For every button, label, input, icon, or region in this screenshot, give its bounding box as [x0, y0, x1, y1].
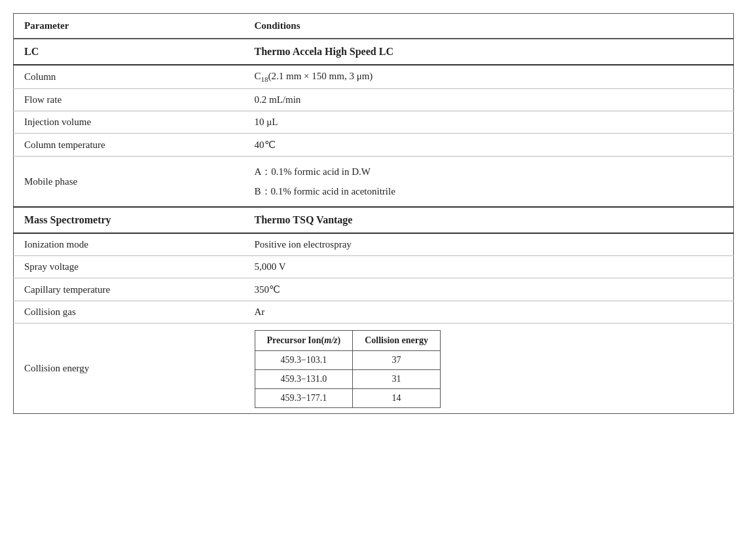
column-param: Column: [14, 65, 244, 89]
capillary-temperature-param: Capillary temperature: [14, 278, 244, 301]
mobile-phase-line1: A：0.1% formic acid in D.W: [255, 162, 723, 181]
table-header-row: Parameter Conditions: [14, 14, 734, 39]
ms-section-row: Mass Spectrometry Thermo TSQ Vantage: [14, 207, 734, 233]
collision-energy-row-3: 459.3−177.1 14: [255, 389, 441, 408]
spray-voltage-param: Spray voltage: [14, 256, 244, 278]
capillary-temperature-row: Capillary temperature 350℃: [14, 278, 734, 301]
collision-energy-inner-table: Precursor Ion(m/z) Collision energy 459.…: [255, 330, 441, 408]
injection-volume-row: Injection volume 10 μL: [14, 111, 734, 134]
ionization-mode-conditions: Positive ion electrospray: [244, 233, 734, 256]
ms-param: Mass Spectrometry: [14, 207, 244, 233]
column-temperature-param: Column temperature: [14, 134, 244, 157]
column-row: Column C18(2.1 mm × 150 mm, 3 μm): [14, 65, 734, 89]
mobile-phase-line2: B：0.1% formic acid in acetonitrile: [255, 181, 723, 201]
conditions-header: Conditions: [244, 14, 734, 39]
spray-voltage-conditions: 5,000 V: [244, 256, 734, 278]
injection-volume-conditions: 10 μL: [244, 111, 734, 134]
precursor-ion-1: 459.3−103.1: [255, 351, 353, 370]
collision-energy-value-1: 37: [353, 351, 441, 370]
ionization-mode-param: Ionization mode: [14, 233, 244, 256]
precursor-ion-3: 459.3−177.1: [255, 389, 353, 408]
collision-gas-conditions: Ar: [244, 301, 734, 324]
lc-param: LC: [14, 39, 244, 65]
flow-rate-conditions: 0.2 mL/min: [244, 89, 734, 111]
capillary-temperature-conditions: 350℃: [244, 278, 734, 301]
collision-energy-row-2: 459.3−131.0 31: [255, 370, 441, 389]
column-conditions: C18(2.1 mm × 150 mm, 3 μm): [244, 65, 734, 89]
ionization-mode-row: Ionization mode Positive ion electrospra…: [14, 233, 734, 256]
collision-gas-param: Collision gas: [14, 301, 244, 324]
param-header: Parameter: [14, 14, 244, 39]
collision-energy-param: Collision energy: [14, 324, 244, 414]
main-table: Parameter Conditions LC Thermo Accela Hi…: [13, 13, 734, 414]
mobile-phase-row: Mobile phase A：0.1% formic acid in D.W B…: [14, 157, 734, 208]
mobile-phase-conditions: A：0.1% formic acid in D.W B：0.1% formic …: [244, 157, 734, 208]
collision-energy-row-1: 459.3−103.1 37: [255, 351, 441, 370]
collision-energy-value-3: 14: [353, 389, 441, 408]
precursor-ion-header: Precursor Ion(m/z): [255, 331, 353, 351]
lc-section-row: LC Thermo Accela High Speed LC: [14, 39, 734, 65]
ms-conditions: Thermo TSQ Vantage: [244, 207, 734, 233]
mobile-phase-param: Mobile phase: [14, 157, 244, 208]
column-temperature-row: Column temperature 40℃: [14, 134, 734, 157]
inner-table-header: Precursor Ion(m/z) Collision energy: [255, 331, 441, 351]
collision-energy-header: Collision energy: [353, 331, 441, 351]
collision-gas-row: Collision gas Ar: [14, 301, 734, 324]
injection-volume-param: Injection volume: [14, 111, 244, 134]
lc-conditions: Thermo Accela High Speed LC: [244, 39, 734, 65]
collision-energy-value-2: 31: [353, 370, 441, 389]
collision-energy-conditions: Precursor Ion(m/z) Collision energy 459.…: [244, 324, 734, 414]
spray-voltage-row: Spray voltage 5,000 V: [14, 256, 734, 278]
flow-rate-param: Flow rate: [14, 89, 244, 111]
collision-energy-row: Collision energy Precursor Ion(m/z) Coll…: [14, 324, 734, 414]
flow-rate-row: Flow rate 0.2 mL/min: [14, 89, 734, 111]
precursor-ion-2: 459.3−131.0: [255, 370, 353, 389]
column-temperature-conditions: 40℃: [244, 134, 734, 157]
